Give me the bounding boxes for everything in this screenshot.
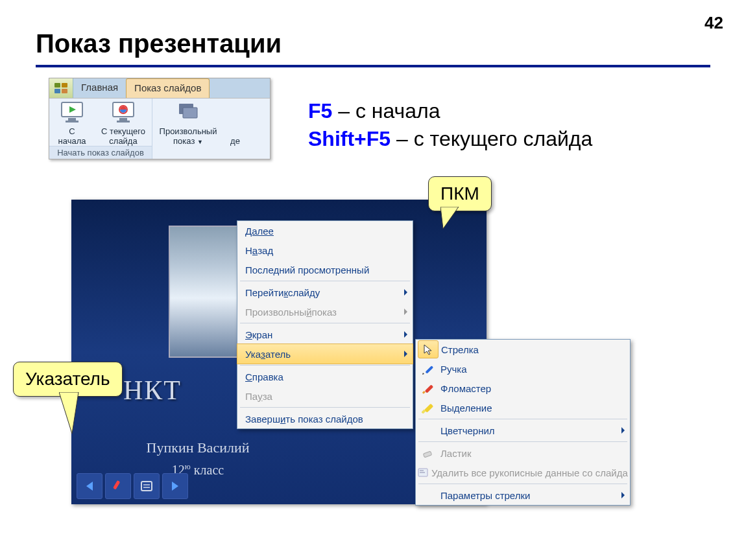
svg-rect-6 bbox=[66, 121, 78, 122]
menu-next[interactable]: Далее bbox=[237, 221, 413, 240]
pointer-submenu: Стрелка Ручка Фломастер Выделение Цвет ч… bbox=[415, 339, 631, 506]
menu-separator bbox=[240, 281, 410, 281]
submenu-arrow-icon bbox=[404, 351, 407, 357]
arrow-right-icon bbox=[168, 479, 182, 493]
ribbon-group-label: Начать показ слайдов bbox=[49, 146, 152, 159]
page-number: 42 bbox=[704, 13, 723, 33]
slide-image-placeholder bbox=[169, 226, 243, 358]
submenu-highlighter[interactable]: Выделение bbox=[416, 398, 630, 417]
submenu-arrow-icon bbox=[404, 331, 407, 338]
menu-separator bbox=[240, 323, 410, 323]
erase-all-icon bbox=[417, 467, 429, 478]
svg-rect-26 bbox=[425, 384, 433, 393]
svg-rect-27 bbox=[422, 391, 426, 394]
eraser-icon bbox=[422, 447, 433, 459]
menu-goto-slide[interactable]: Перейти к слайду bbox=[237, 283, 413, 302]
submenu-ink-color[interactable]: Цвет чернил bbox=[416, 421, 630, 440]
menu-pause: Пауза bbox=[237, 386, 413, 406]
callout-tail-icon bbox=[440, 207, 466, 233]
presentation-nav bbox=[77, 473, 188, 499]
svg-rect-15 bbox=[113, 480, 120, 490]
ribbon-partial: де bbox=[224, 99, 247, 159]
svg-rect-13 bbox=[183, 108, 197, 118]
callout-tail-icon bbox=[59, 392, 91, 438]
nav-next-button[interactable] bbox=[162, 473, 188, 499]
svg-rect-3 bbox=[62, 89, 67, 93]
menu-help[interactable]: Справка bbox=[237, 367, 413, 386]
shortcut-text: F5 – с начала Shift+F5 – с текущего слай… bbox=[308, 97, 592, 153]
cursor-icon bbox=[422, 344, 434, 355]
custom-show-icon bbox=[175, 101, 201, 123]
submenu-marker[interactable]: Фломастер bbox=[416, 379, 630, 398]
svg-rect-24 bbox=[425, 366, 433, 374]
callout-pkm: ПКМ bbox=[428, 176, 492, 211]
svg-marker-19 bbox=[172, 482, 178, 491]
monitor-current-icon bbox=[110, 101, 136, 123]
menu-icon bbox=[139, 479, 154, 493]
nav-prev-button[interactable] bbox=[77, 473, 102, 499]
svg-rect-30 bbox=[423, 451, 431, 458]
menu-separator bbox=[418, 419, 627, 419]
svg-marker-23 bbox=[424, 345, 431, 355]
marker-icon bbox=[422, 382, 433, 394]
page-title: Показ презентации bbox=[36, 29, 282, 58]
svg-rect-10 bbox=[117, 121, 130, 122]
key-f5: F5 bbox=[308, 99, 332, 122]
menu-separator bbox=[240, 407, 410, 408]
btn-from-beginning-label2: начала bbox=[53, 136, 91, 146]
svg-rect-1 bbox=[62, 83, 67, 88]
btn-from-beginning[interactable]: С начала bbox=[49, 99, 95, 146]
key-shift-f5: Shift+F5 bbox=[308, 127, 391, 150]
menu-end-show[interactable]: Завершить показ слайдов bbox=[237, 409, 413, 428]
menu-screen[interactable]: Экран bbox=[237, 325, 413, 344]
submenu-arrow-icon bbox=[404, 289, 407, 296]
menu-separator bbox=[418, 441, 627, 442]
btn-from-current[interactable]: С текущего слайда bbox=[95, 99, 152, 146]
submenu-arrow-options[interactable]: Параметры стрелки bbox=[416, 485, 630, 505]
slide-title-fragment: НКТ bbox=[123, 375, 182, 406]
btn-custom-label2: показ ▼ bbox=[156, 136, 221, 146]
office-button-icon[interactable] bbox=[49, 78, 73, 98]
btn-from-current-label1: С текущего bbox=[98, 126, 149, 136]
menu-custom-show: Произвольный показ bbox=[237, 302, 413, 321]
btn-custom-show[interactable]: Произвольный показ ▼ bbox=[152, 99, 224, 159]
svg-rect-9 bbox=[119, 118, 127, 121]
menu-separator bbox=[418, 484, 627, 484]
highlighter-icon bbox=[422, 402, 433, 414]
pen-icon bbox=[422, 363, 433, 375]
menu-back[interactable]: Назад bbox=[237, 240, 413, 260]
tab-slideshow[interactable]: Показ слайдов bbox=[126, 78, 210, 98]
callout-pointer: Указатель bbox=[13, 362, 123, 397]
btn-custom-label1: Произвольный bbox=[156, 126, 221, 136]
submenu-arrow-icon bbox=[621, 492, 625, 498]
svg-marker-22 bbox=[59, 392, 78, 434]
arrow-left-icon bbox=[82, 479, 97, 493]
title-underline bbox=[36, 65, 710, 67]
submenu-arrow-cursor[interactable]: Стрелка bbox=[416, 340, 630, 359]
menu-separator bbox=[240, 365, 410, 366]
svg-rect-16 bbox=[141, 482, 152, 491]
ribbon-tab-strip: Главная Показ слайдов bbox=[49, 78, 270, 98]
nav-pen-button[interactable] bbox=[105, 473, 131, 499]
svg-rect-0 bbox=[54, 83, 60, 88]
menu-last-viewed[interactable]: Последний просмотренный bbox=[237, 260, 413, 279]
svg-marker-20 bbox=[440, 207, 459, 229]
tab-home[interactable]: Главная bbox=[73, 78, 126, 98]
menu-pointer[interactable]: Указатель bbox=[237, 344, 413, 364]
submenu-arrow-icon bbox=[621, 427, 625, 434]
ribbon-screenshot: Главная Показ слайдов С начала С текущег… bbox=[49, 78, 271, 159]
context-menu: Далее Назад Последний просмотренный Пере… bbox=[237, 220, 413, 429]
svg-marker-14 bbox=[86, 482, 93, 491]
svg-rect-5 bbox=[68, 118, 76, 121]
submenu-pen[interactable]: Ручка bbox=[416, 359, 630, 379]
monitor-play-icon bbox=[59, 101, 85, 123]
btn-from-current-label2: слайда bbox=[98, 136, 149, 146]
pen-icon bbox=[111, 479, 125, 493]
nav-menu-button[interactable] bbox=[134, 473, 160, 499]
slide-author: Пупкин Василий bbox=[71, 439, 324, 456]
svg-marker-25 bbox=[422, 373, 424, 375]
svg-rect-2 bbox=[54, 89, 60, 93]
submenu-arrow-icon bbox=[404, 309, 407, 315]
btn-from-beginning-label1: С bbox=[53, 126, 91, 136]
submenu-eraser: Ластик bbox=[416, 443, 630, 463]
